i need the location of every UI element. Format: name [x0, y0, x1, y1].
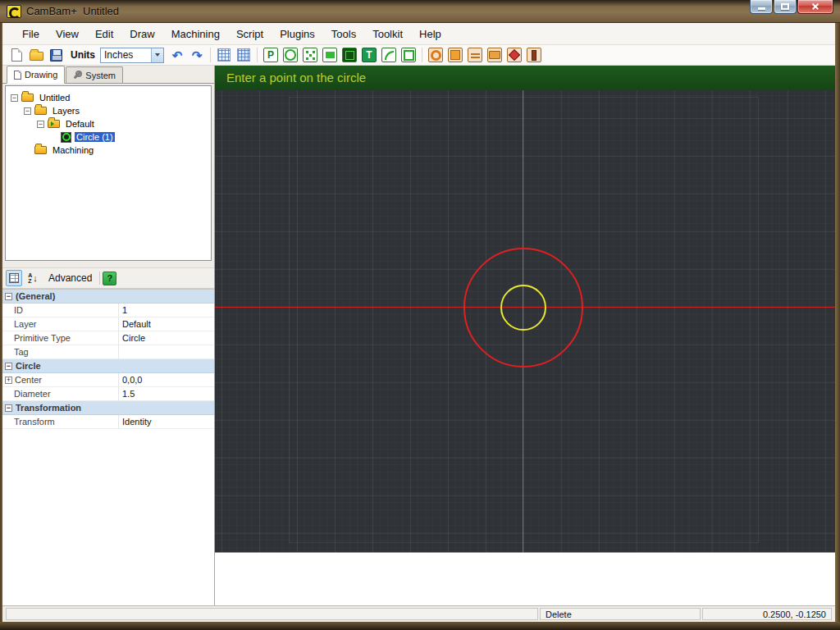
draw-circle-button[interactable] [281, 46, 299, 64]
maximize-button[interactable] [774, 0, 797, 14]
property-toolbar: AZ ↓ Advanced ? [2, 267, 214, 289]
collapse-icon[interactable] [5, 293, 12, 300]
draw-rectangle-button[interactable] [321, 46, 339, 64]
help-button[interactable]: ? [103, 272, 116, 285]
collapse-icon[interactable] [11, 94, 18, 102]
draw-region-icon [401, 48, 416, 62]
canvas-column: Enter a point on the circle [215, 66, 835, 605]
property-row-transform[interactable]: Transform Identity [2, 415, 214, 429]
statusbar-action-segment: Delete [540, 608, 701, 620]
mop-3dprofile-icon [507, 48, 522, 62]
tree-item-circle[interactable]: Circle (1) [9, 130, 209, 144]
toolbar-separator [257, 48, 258, 62]
units-value: Inches [101, 49, 151, 61]
category-circle[interactable]: Circle [2, 359, 214, 373]
mop-drill-button[interactable] [427, 46, 445, 64]
categorized-icon [9, 273, 19, 283]
mop-engrave-button[interactable] [486, 46, 504, 64]
tree-item-layers[interactable]: Layers [9, 104, 209, 117]
draw-arc-button[interactable] [380, 46, 398, 64]
tree-item-default-layer[interactable]: Default [9, 117, 209, 130]
menu-draw[interactable]: Draw [121, 23, 162, 45]
statusbar-main-segment [6, 608, 538, 620]
drawing-tab-label: Drawing [25, 70, 57, 80]
menu-file[interactable]: File [14, 23, 48, 45]
maximize-icon [781, 3, 789, 10]
draw-rectangle-icon [322, 48, 337, 62]
mop-drill-icon [428, 48, 443, 62]
toolbar-separator [99, 272, 100, 285]
draw-surface-icon [342, 48, 357, 62]
property-row-tag[interactable]: Tag [2, 345, 214, 359]
tab-system[interactable]: System [66, 66, 123, 83]
redo-icon: ↷ [192, 49, 203, 62]
categorized-view-button[interactable] [6, 270, 22, 286]
menu-tools[interactable]: Tools [323, 23, 364, 45]
collapse-icon[interactable] [37, 121, 44, 128]
folder-icon [34, 146, 47, 154]
menu-toolkit[interactable]: Toolkit [364, 23, 411, 45]
inner-circle-entity[interactable] [500, 285, 546, 331]
toolbar-separator [210, 48, 211, 62]
draw-region-button[interactable] [399, 46, 418, 64]
mop-profile-button[interactable] [466, 46, 484, 64]
drawing-tree: Untitled Layers Default Circle (1) [5, 85, 212, 261]
open-file-button[interactable] [27, 46, 45, 64]
alphabetical-sort-button[interactable]: AZ ↓ [25, 270, 41, 286]
menu-view[interactable]: View [48, 23, 87, 45]
property-row-center[interactable]: Center 0,0,0 [2, 373, 214, 387]
mop-profile-icon [468, 48, 482, 62]
menu-help[interactable]: Help [411, 23, 450, 45]
selected-tree-label: Circle (1) [75, 132, 115, 142]
menu-plugins[interactable]: Plugins [272, 23, 323, 45]
advanced-button[interactable]: Advanced [43, 270, 97, 286]
property-row-layer[interactable]: Layer Default [2, 317, 214, 331]
property-row-id[interactable]: ID 1 [2, 304, 214, 317]
draw-surface-button[interactable] [340, 46, 358, 64]
menu-script[interactable]: Script [228, 23, 272, 45]
collapse-icon[interactable] [24, 107, 31, 115]
units-combobox[interactable]: Inches [100, 48, 164, 63]
statusbar-coordinates-segment: 0.2500, -0.1250 [702, 608, 832, 620]
save-button[interactable] [47, 46, 65, 64]
window-content: File View Edit Draw Machining Script Plu… [2, 23, 835, 622]
window-title: CamBam+ Untitled [26, 5, 119, 17]
draw-polyline-button[interactable]: P [262, 46, 280, 64]
mop-3dprofile-button[interactable] [505, 46, 523, 64]
statusbar-action-text: Delete [546, 609, 572, 619]
category-general[interactable]: (General) [2, 290, 214, 304]
units-label: Units [71, 49, 95, 61]
draw-text-button[interactable]: T [360, 46, 378, 64]
menu-machining[interactable]: Machining [163, 23, 228, 45]
undo-button[interactable]: ↶ [168, 46, 186, 64]
collapse-icon[interactable] [5, 363, 12, 370]
draw-arc-icon [381, 48, 396, 62]
drawing-canvas[interactable] [215, 90, 835, 552]
redo-button[interactable]: ↷ [188, 46, 206, 64]
tab-drawing[interactable]: Drawing [7, 66, 65, 84]
mop-pocket-icon [448, 48, 463, 62]
new-file-button[interactable] [7, 46, 25, 64]
category-transformation[interactable]: Transformation [2, 401, 214, 415]
grid-snap-button[interactable] [215, 46, 233, 64]
drawing-tab-icon [14, 71, 21, 80]
grid-toggle-button[interactable] [235, 46, 253, 64]
draw-points-button[interactable] [301, 46, 319, 64]
menu-edit[interactable]: Edit [87, 23, 121, 45]
save-icon [50, 49, 62, 62]
cursor-coordinates: 0.2500, -0.1250 [763, 609, 826, 619]
property-row-primitive-type[interactable]: Primitive Type Circle [2, 331, 214, 345]
draw-points-icon [303, 48, 317, 62]
collapse-icon[interactable] [5, 404, 12, 412]
expand-icon[interactable] [5, 377, 12, 384]
close-button[interactable] [797, 0, 833, 14]
menu-bar: File View Edit Draw Machining Script Plu… [2, 23, 835, 45]
minimize-button[interactable] [750, 0, 773, 14]
window-right-border [835, 23, 840, 622]
tree-item-machining[interactable]: Machining [9, 144, 209, 157]
units-dropdown-button[interactable] [151, 48, 163, 62]
mop-script-button[interactable] [525, 46, 543, 64]
mop-pocket-button[interactable] [446, 46, 464, 64]
tree-item-untitled[interactable]: Untitled [9, 91, 209, 104]
property-row-diameter[interactable]: Diameter 1.5 [2, 387, 214, 401]
